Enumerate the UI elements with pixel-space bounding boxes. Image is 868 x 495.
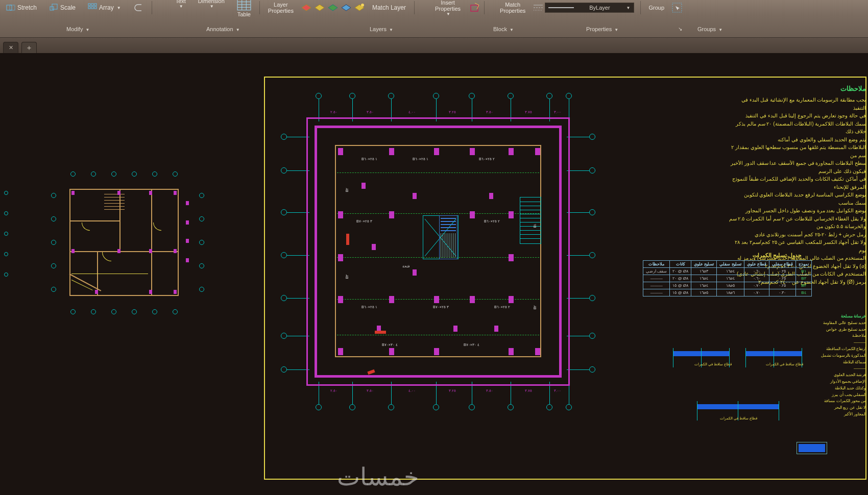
insert-label: Insert Properties [435,0,461,12]
subset-icon [134,3,143,12]
table-header: نموذج [796,261,812,268]
notes-line: في حالة وجود تعارض يتم الرجوع إلينا قبل … [728,112,866,120]
layer-lock-icon[interactable] [327,2,339,13]
notes-line: فيكون ذلك على الرسم [728,167,866,176]
dimension-text: ٣.٧٥ [525,110,532,114]
dimension-text: ٣.٥٠ [367,110,374,114]
notes-line: يوضع الكوانيل بعدد مرة ونصف طول داخل الج… [728,207,866,215]
annotation-panel[interactable]: Annotation ▼ [203,25,243,33]
svg-rect-17 [471,5,478,11]
notes-line: يتم وضع الحديد السفلي والعلوي في أماكنه [728,136,866,144]
match-layer-label: Match Layer [372,4,406,11]
table-row: B٢٠.٢٥٠.٦٠٤⌀١٦٤⌀١٦Ø٨ @ ٢٠——— [643,275,812,282]
linetype-swatch-icon [548,7,574,8]
group-tool[interactable]: Group [646,5,668,11]
dimension-text: ٢.٥٠ [330,110,337,114]
new-tab-button[interactable]: ＋ [21,42,37,53]
drawing-canvas[interactable]: ملاحظات يجب مطابقة الرسومات المعمارية مع… [0,53,868,495]
plus-icon: ＋ [26,43,33,53]
dimension-text: ٤.٠٠ [408,389,416,393]
chevron-down-icon: ▼ [117,6,121,10]
group-select-icon[interactable] [671,2,683,13]
svg-rect-4 [88,4,90,6]
linetype-dropdown[interactable]: ByLayer ▼ [545,3,634,13]
array-label: Array [99,4,114,11]
document-tab-strip: ✕ ＋ [0,38,868,53]
material-line: ——— [820,339,866,346]
groups-panel[interactable]: Groups ▼ [694,25,726,33]
material-line: سماكة البلاطة [820,359,866,366]
dimension-label: Dimension [198,0,225,4]
dimension-tool[interactable]: Dimension▼ [195,0,228,9]
notes-heading: ملاحظات [728,84,866,94]
insert-tool[interactable]: Insert Properties▼ [432,0,464,16]
dimension-text: ٢.٥٠ [330,389,337,393]
svg-rect-0 [7,5,12,10]
table-header: تسليح سفلي [717,261,744,268]
svg-point-16 [361,4,364,7]
layer-freeze-icon[interactable] [314,2,325,13]
array-tool[interactable]: Array ▼ [86,2,123,13]
layer-on-icon[interactable] [354,2,365,13]
notes-line: رمل حرش + زلط ٢٠-٢٥ كجم أسمنت بورتلاندي … [728,231,866,239]
bylayer-label: ByLayer [589,5,610,11]
array-icon [88,3,97,12]
table-header: قطاع سفلي [769,261,795,268]
text-tool[interactable]: Text▼ [173,0,189,9]
material-line: حديد تسليح عالي المقاومة [820,320,866,327]
layer-properties-tool[interactable]: Layer Properties [265,2,297,14]
floor-plan-small [51,171,204,314]
layer-off-icon[interactable] [301,2,312,13]
subset-tool[interactable] [132,2,146,13]
dimension-text: ٣.٥٠ [367,389,374,393]
group-label: Group [649,5,665,11]
dimension-text: ٣.٥٠ [486,110,493,114]
material-line: الإضافي بجميع الأدوار [820,379,866,385]
ribbon: Stretch Scale Array ▼ Text▼ Dimension▼ T… [0,0,868,38]
material-line: وكذلك حديد البلاطة [820,385,866,392]
material-line: حديد تسليح طري خواص [820,327,866,333]
table-icon [237,0,251,11]
close-icon[interactable]: ✕ [9,44,13,51]
material-line: السفلي يجب أن يبرز [820,392,866,399]
scale-label: Scale [60,4,76,11]
layer-isolate-icon[interactable] [341,2,352,13]
svg-rect-5 [91,4,93,6]
stretch-label: Stretch [17,4,37,11]
text-label: Text [176,0,186,4]
svg-rect-1 [10,5,15,10]
notes-line: يجب مطابقة الرسومات المعمارية مع الإنشائ… [728,96,866,112]
block-panel[interactable]: Block ▼ [490,25,517,33]
material-line: فرشة الحديد العلوي [820,372,866,379]
scale-icon [49,3,58,12]
document-tab[interactable]: ✕ [3,42,18,53]
properties-arrow[interactable]: ↘ [675,25,685,33]
table-header: قطاع علوي [744,261,769,268]
match-properties-tool[interactable]: Match Properties [497,2,528,14]
linetype-icon[interactable] [533,2,544,13]
dimension-text: ٤.٠٠ [408,110,416,114]
stretch-icon [6,3,15,12]
table-row: B١٠.٢٥٠.٦٠٤⌀١٦٣⌀١٦Ø٨ @ ٢٠سقف ارضي [643,268,812,275]
notes-line: يوضع الكراسي المناسبة لرفع حديد البلاطات… [728,191,866,199]
table-tool[interactable]: Table [234,0,254,17]
material-line: ——— [820,365,866,372]
scale-tool[interactable]: Scale [47,2,78,13]
material-notes: خرسانة مسلحة حديد تسليح عالي المقاومةحدي… [820,313,866,418]
properties-panel[interactable]: Properties ▼ [583,25,621,33]
notes-line: سمك البلاطات اللاكمرية (البلاطات المصمتة… [728,120,866,136]
structural-plan: ٢.٥٠٣.٥٠٤.٠٠٣.٢٥٣.٥٠٣.٧٥٣.٠٠ ٢.٥٠٣.٥٠٤.٠… [280,91,596,412]
layers-panel[interactable]: Layers ▼ [367,25,396,33]
match-props-label: Match Properties [500,2,525,14]
modify-panel[interactable]: Modify ▼ [63,25,92,33]
notes-line: البلاطات المبسطة يتم غلقها من منسوب سطحه… [728,143,866,159]
notes-line: ولا يقل الغطاء الخرساني للبلاطات عن ٢ سم… [728,215,866,223]
stretch-tool[interactable]: Stretch [4,2,39,13]
match-layer-tool[interactable]: Match Layer [370,3,408,12]
material-line: ارتفاع الكمرات الساقطة [820,346,866,353]
layer-props-label: Layer Properties [268,2,294,14]
table-header: كانات [670,261,691,268]
table-header: تسليح علوي [691,261,717,268]
block-edit-icon[interactable] [470,2,481,13]
dimension-text: ٣.٧٥ [525,389,532,393]
